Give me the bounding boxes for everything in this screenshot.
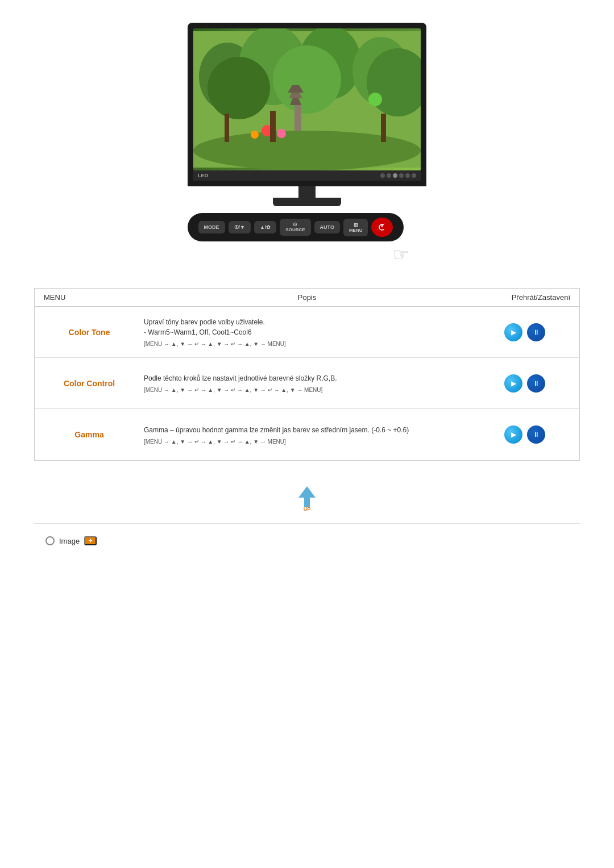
up-arrow-icon: UP — [293, 483, 321, 512]
header-action: Přehrát/Zastavení — [479, 293, 570, 302]
image-plus-button[interactable]: + — [84, 536, 97, 545]
table-row: Color Tone Upraví tóny barev podle volby… — [35, 307, 579, 358]
stop-button-color-tone[interactable]: ⏸ — [527, 323, 545, 341]
action-gamma: ▶ ⏸ — [479, 425, 570, 444]
stop-button-gamma[interactable]: ⏸ — [527, 425, 545, 444]
svg-text:UP: UP — [304, 506, 311, 512]
power-button[interactable] — [371, 218, 393, 237]
monitor-wrapper: LED MODE ①/▼ ▲/✿ ⊙ SOURCE AUT — [188, 23, 426, 265]
svg-rect-18 — [270, 111, 276, 142]
menu-label-color-tone: Color Tone — [44, 328, 135, 337]
monitor-controls — [380, 173, 416, 178]
monitor-body: LED — [188, 23, 426, 186]
brightness-button[interactable]: ▲/✿ — [254, 221, 276, 233]
monitor-dot-5 — [405, 173, 410, 178]
monitor-stand-base — [273, 198, 341, 206]
table-row: Gamma Gamma – úpravou hodnot gamma lze z… — [35, 409, 579, 460]
stop-button-color-control[interactable]: ⏸ — [527, 374, 545, 393]
image-section: Image + — [0, 529, 614, 552]
monitor-image — [193, 28, 421, 170]
menu-label-gamma: Gamma — [44, 430, 135, 439]
image-circle-icon — [45, 536, 55, 545]
monitor-screen — [193, 28, 421, 170]
action-color-control: ▶ ⏸ — [479, 374, 570, 393]
monitor-dot-1 — [380, 173, 385, 178]
menu-button[interactable]: ⊞ MENU — [343, 219, 368, 236]
play-button-gamma[interactable]: ▶ — [504, 425, 522, 444]
button-panel: MODE ①/▼ ▲/✿ ⊙ SOURCE AUTO ⊞ MENU — [188, 213, 404, 241]
play-button-color-control[interactable]: ▶ — [504, 374, 522, 393]
svg-point-6 — [273, 45, 341, 114]
table-row: Color Control Podle těchto kroků lze nas… — [35, 358, 579, 409]
svg-point-15 — [251, 131, 259, 139]
monitor-dot-3 — [393, 173, 397, 178]
monitor-bottom-bar: LED — [193, 170, 421, 181]
monitor-dot-6 — [412, 173, 416, 178]
vol-down-button[interactable]: ①/▼ — [229, 221, 251, 233]
desc-color-tone: Upraví tóny barev podle volby uživatele.… — [135, 317, 479, 347]
monitor-dot-4 — [399, 173, 404, 178]
auto-button[interactable]: AUTO — [314, 221, 340, 233]
desc-gamma: Gamma – úpravou hodnot gamma lze změnit … — [135, 425, 479, 445]
svg-point-14 — [277, 129, 286, 138]
svg-rect-17 — [225, 114, 229, 142]
up-arrow: UP — [293, 483, 321, 512]
action-color-tone: ▶ ⏸ — [479, 323, 570, 341]
up-section: UP — [0, 472, 614, 518]
hand-pointer: ☞ — [188, 244, 426, 265]
desc-text-color-control: Podle těchto kroků lze nastavit jednotli… — [144, 373, 470, 383]
image-label: Image — [59, 537, 80, 545]
monitor-dot-2 — [387, 173, 391, 178]
divider — [34, 523, 580, 524]
nav-path-color-control: [MENU → ▲, ▼ → ↵ → ▲, ▼ → ↵ → ▲, ▼ → ↵ →… — [144, 387, 470, 393]
menu-table: MENU Popis Přehrát/Zastavení Color Tone … — [34, 288, 580, 461]
svg-rect-19 — [381, 114, 386, 142]
mode-button[interactable]: MODE — [198, 221, 225, 233]
table-header: MENU Popis Přehrát/Zastavení — [35, 289, 579, 307]
desc-color-control: Podle těchto kroků lze nastavit jednotli… — [135, 373, 479, 393]
header-menu: MENU — [44, 293, 135, 302]
desc-text-gamma: Gamma – úpravou hodnot gamma lze změnit … — [144, 425, 470, 435]
nav-path-color-tone: [MENU → ▲, ▼ → ↵ → ▲, ▼ → ↵ → ▲, ▼ → MEN… — [144, 341, 470, 347]
led-label: LED — [198, 173, 208, 178]
monitor-section: LED MODE ①/▼ ▲/✿ ⊙ SOURCE AUT — [0, 0, 614, 277]
play-button-color-tone[interactable]: ▶ — [504, 323, 522, 341]
svg-point-5 — [208, 57, 270, 119]
monitor-stand-top — [298, 186, 316, 198]
svg-point-16 — [368, 93, 382, 106]
header-popis: Popis — [135, 293, 479, 302]
menu-label-color-control: Color Control — [44, 379, 135, 388]
svg-marker-22 — [298, 486, 316, 507]
power-icon — [378, 223, 386, 231]
source-button[interactable]: ⊙ SOURCE — [280, 219, 310, 236]
desc-text-color-tone: Upraví tóny barev podle volby uživatele.… — [144, 317, 470, 337]
nav-path-gamma: [MENU → ▲, ▼ → ↵ → ▲, ▼ → ↵ → ▲, ▼ → MEN… — [144, 439, 470, 445]
